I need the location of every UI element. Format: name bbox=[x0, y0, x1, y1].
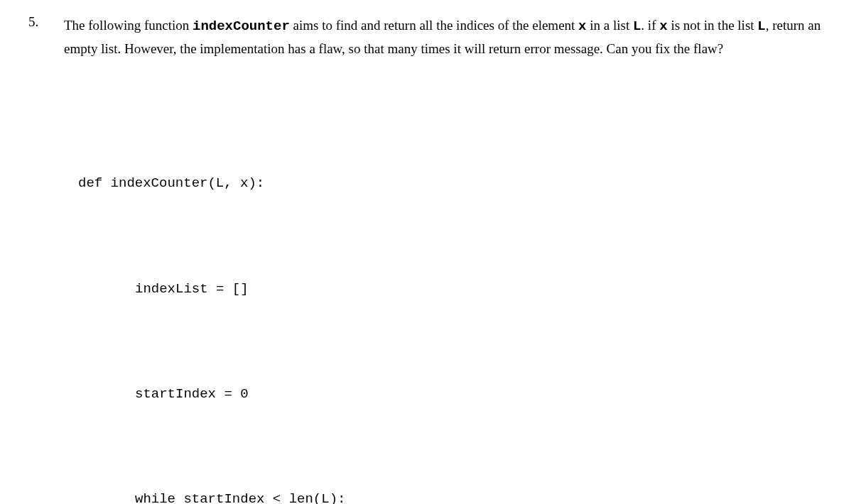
var-L-2: L bbox=[757, 18, 765, 34]
var-L-1: L bbox=[633, 18, 641, 34]
var-x-1: x bbox=[578, 18, 586, 34]
text-part-4: . if bbox=[641, 18, 659, 33]
text-part-2: aims to find and return all the indices … bbox=[290, 18, 578, 33]
code-line-1: def indexCounter(L, x): bbox=[78, 166, 833, 201]
question-block: 5. The following function indexCounter a… bbox=[28, 14, 833, 504]
code-line-4a: while startIndex < bbox=[135, 491, 289, 504]
spellcheck-squiggle: len bbox=[289, 491, 313, 504]
function-name: indexCounter bbox=[193, 18, 290, 34]
question-content: The following function indexCounter aims… bbox=[64, 14, 833, 504]
text-part-5: is not in the list bbox=[668, 18, 758, 33]
code-line-4b: (L): bbox=[313, 491, 346, 504]
question-number: 5. bbox=[28, 14, 50, 504]
code-line-2: indexList = [] bbox=[78, 272, 833, 307]
code-block: def indexCounter(L, x): indexList = [] s… bbox=[78, 97, 833, 504]
text-part-1: The following function bbox=[64, 18, 193, 33]
code-line-4: while startIndex < len(L): bbox=[78, 482, 833, 504]
var-x-2: x bbox=[659, 18, 667, 34]
text-part-3: in a list bbox=[587, 18, 633, 33]
question-text: The following function indexCounter aims… bbox=[64, 14, 833, 61]
code-line-3: startIndex = 0 bbox=[78, 377, 833, 412]
